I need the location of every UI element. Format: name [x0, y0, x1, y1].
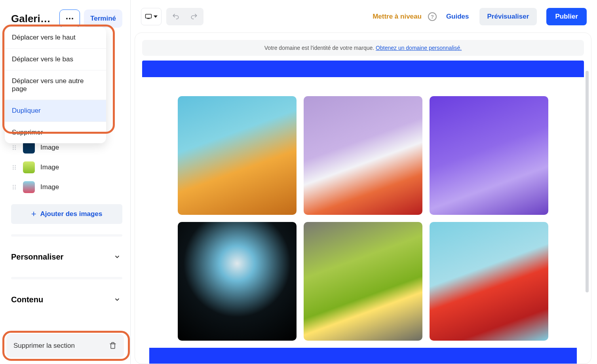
preview-button[interactable]: Prévisualiser [479, 8, 537, 25]
menu-duplicate[interactable]: Dupliquer [5, 100, 106, 122]
list-item[interactable]: Image [11, 177, 122, 197]
separator [11, 277, 122, 279]
delete-section-button[interactable]: Supprimer la section [6, 334, 124, 358]
page-footer-bar [149, 348, 577, 364]
content-label: Contenu [11, 295, 43, 304]
page-preview[interactable] [142, 61, 584, 364]
page-inner [142, 77, 584, 364]
main-area: Mettre à niveau ? Guides Prévisualiser P… [131, 0, 597, 364]
device-preview-button[interactable] [141, 8, 162, 25]
svg-point-17 [13, 187, 14, 188]
svg-point-15 [13, 185, 14, 186]
svg-point-16 [15, 185, 16, 186]
image-thumbnail [23, 142, 35, 154]
help-icon[interactable]: ? [428, 12, 437, 21]
svg-point-5 [13, 147, 14, 148]
redo-button[interactable] [186, 9, 202, 24]
domain-banner-text: Votre domaine est l'identité de votre ma… [264, 45, 376, 51]
svg-point-8 [15, 149, 16, 150]
image-label: Image [40, 144, 59, 152]
upgrade-link[interactable]: Mettre à niveau [373, 13, 422, 21]
undo-button[interactable] [168, 9, 184, 24]
svg-point-9 [13, 165, 14, 166]
gallery-image[interactable] [430, 222, 548, 341]
svg-point-19 [13, 188, 14, 190]
svg-point-6 [15, 147, 16, 148]
svg-rect-21 [111, 344, 115, 349]
guides-link[interactable]: Guides [446, 13, 469, 21]
svg-point-7 [13, 149, 14, 150]
publish-button[interactable]: Publier [546, 8, 587, 25]
image-label: Image [40, 163, 59, 171]
svg-point-11 [13, 167, 14, 168]
editor-sidebar: Galerie d'i… Terminé Déplacer vers le ha… [0, 0, 131, 364]
topbar: Mettre à niveau ? Guides Prévisualiser P… [131, 2, 597, 32]
desktop-icon [145, 14, 152, 19]
done-button[interactable]: Terminé [84, 9, 122, 28]
svg-point-20 [15, 188, 16, 190]
add-images-label: Ajouter des images [40, 210, 103, 218]
svg-point-14 [15, 169, 16, 170]
personalize-section-toggle[interactable]: Personnaliser [0, 247, 130, 267]
svg-rect-22 [146, 14, 152, 18]
svg-rect-23 [147, 19, 150, 19]
svg-point-1 [69, 18, 70, 19]
drag-handle-icon[interactable] [11, 165, 17, 170]
list-item[interactable]: Image [11, 157, 122, 177]
plus-icon: + [31, 209, 36, 219]
canvas-shell: Votre domaine est l'identité de votre ma… [135, 32, 591, 364]
gallery-image[interactable] [178, 222, 297, 341]
image-thumbnail [23, 181, 35, 193]
caret-down-icon [154, 15, 158, 18]
chevron-down-icon [114, 253, 121, 260]
image-thumbnail [23, 161, 35, 173]
history-buttons [166, 8, 203, 25]
gallery-image[interactable] [304, 96, 422, 215]
svg-point-4 [15, 145, 16, 146]
canvas-scrollbar[interactable] [586, 71, 589, 356]
delete-section-label: Supprimer la section [13, 342, 75, 350]
menu-move-other-page[interactable]: Déplacer vers une autre page [5, 70, 106, 100]
content-section-toggle[interactable]: Contenu [0, 290, 130, 309]
menu-move-down[interactable]: Déplacer vers le bas [5, 49, 106, 70]
svg-point-10 [15, 165, 16, 166]
redo-icon [190, 13, 198, 21]
drag-handle-icon[interactable] [11, 184, 17, 190]
undo-icon [172, 13, 180, 21]
scrollbar-thumb[interactable] [586, 71, 589, 292]
personalize-label: Personnaliser [11, 252, 63, 262]
gallery-image[interactable] [178, 96, 297, 215]
separator [11, 234, 122, 237]
domain-banner-link[interactable]: Obtenez un domaine personnalisé. [376, 45, 462, 51]
svg-point-0 [66, 18, 68, 19]
gallery-image[interactable] [430, 96, 548, 215]
svg-point-12 [15, 167, 16, 168]
domain-banner: Votre domaine est l'identité de votre ma… [142, 40, 584, 56]
more-options-button[interactable] [59, 9, 80, 28]
menu-move-up[interactable]: Déplacer vers le haut [5, 27, 106, 49]
svg-point-3 [13, 145, 14, 146]
trash-icon [109, 342, 117, 350]
image-list: Image Image Image [0, 138, 130, 197]
ellipsis-icon [65, 14, 74, 23]
gallery-image[interactable] [304, 222, 422, 341]
chevron-down-icon [114, 296, 121, 303]
more-options-menu: Déplacer vers le haut Déplacer vers le b… [5, 27, 106, 143]
image-label: Image [40, 183, 59, 191]
image-gallery [152, 96, 574, 341]
svg-point-13 [13, 169, 14, 170]
add-images-button[interactable]: + Ajouter des images [11, 204, 122, 224]
svg-point-18 [15, 187, 16, 188]
svg-point-2 [72, 18, 73, 19]
section-title: Galerie d'i… [11, 13, 55, 25]
menu-delete[interactable]: Supprimer [5, 122, 106, 143]
drag-handle-icon[interactable] [11, 145, 17, 150]
